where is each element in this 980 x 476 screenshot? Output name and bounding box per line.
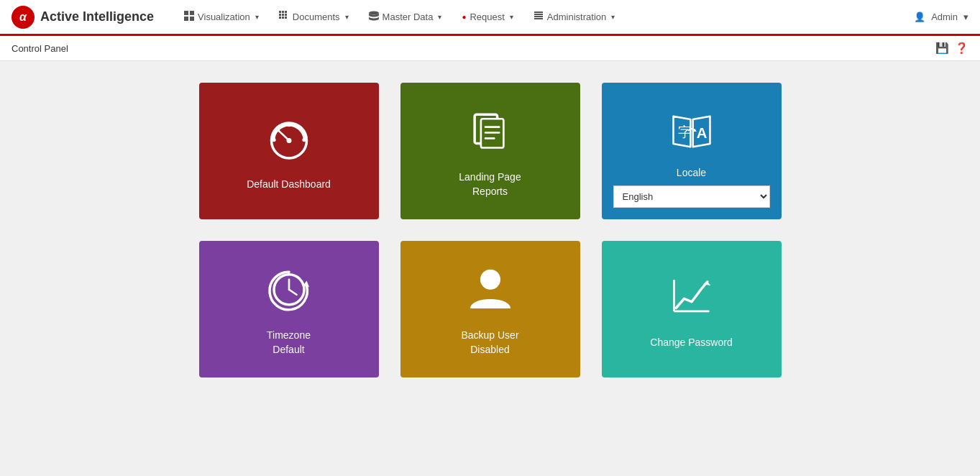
visualization-label: Visualization [198,12,250,22]
backup-user-title: Backup User [461,329,518,341]
documents-icon [279,11,289,23]
svg-rect-0 [184,11,188,15]
card-timezone[interactable]: Timezone Default [199,241,379,377]
change-password-title: Change Password [650,337,732,348]
master-data-label: Master Data [383,12,434,22]
locale-select[interactable]: English Spanish French German [613,186,770,208]
visualization-icon [184,11,194,23]
user-menu[interactable]: 👤 Admin ▾ [914,12,968,22]
nav-item-documents[interactable]: Documents ▾ [270,5,357,29]
request-label: Request [470,12,504,22]
svg-rect-2 [184,17,188,21]
card-change-password[interactable]: Change Password [602,241,782,377]
nav-item-master-data[interactable]: Master Data ▾ [360,5,451,29]
main-content: Default Dashboard Landing Page Reports [0,61,980,472]
svg-point-13 [369,12,379,15]
svg-rect-1 [190,11,194,15]
svg-rect-5 [282,11,284,13]
master-data-icon [369,11,379,23]
nav-item-request[interactable]: ● Request ▾ [453,6,521,28]
svg-rect-17 [534,18,543,19]
locale-select-wrapper: English Spanish French German [613,186,770,208]
landing-page-subtitle: Reports [472,186,508,197]
timezone-icon [264,263,314,321]
administration-label: Administration [547,12,606,22]
dashboard-icon [264,112,314,170]
locale-top: 字 A Locale [667,94,716,186]
user-caret: ▾ [963,12,968,22]
user-icon-card [465,263,516,321]
card-backup-user[interactable]: Backup User Disabled [400,241,580,377]
svg-point-39 [480,270,500,290]
svg-rect-8 [282,14,284,16]
help-icon[interactable]: ❓ [955,42,968,55]
breadcrumb-bar: Control Panel 💾 ❓ [0,36,980,61]
brand-logo: α [12,6,35,29]
svg-point-21 [275,127,279,130]
card-locale[interactable]: 字 A Locale English Spanish French German [602,83,782,219]
nav-items: Visualization ▾ Documents ▾ Master Data … [175,5,914,29]
reports-icon [465,105,516,163]
svg-rect-4 [279,11,281,13]
navbar: α Active Intelligence Visualization ▾ Do… [0,0,980,36]
save-icon[interactable]: 💾 [935,42,949,55]
card-default-dashboard[interactable]: Default Dashboard [199,83,379,219]
svg-rect-3 [190,17,194,21]
svg-line-37 [289,290,297,295]
nav-item-administration[interactable]: Administration ▾ [525,5,623,29]
svg-rect-14 [534,12,543,13]
svg-text:字: 字 [678,124,692,139]
master-data-caret: ▾ [438,13,441,21]
user-label: Admin [931,12,958,22]
svg-point-22 [287,123,290,127]
request-caret: ▾ [510,13,513,21]
svg-rect-15 [534,14,543,15]
svg-point-23 [298,127,302,130]
administration-icon [533,11,544,23]
svg-point-20 [272,138,275,142]
breadcrumb-text: Control Panel [12,43,68,54]
breadcrumb-icons: 💾 ❓ [935,42,968,55]
administration-caret: ▾ [611,13,615,21]
visualization-caret: ▾ [255,13,259,21]
landing-page-title: Landing Page [459,171,521,183]
svg-rect-7 [279,14,281,16]
brand: α Active Intelligence [12,6,154,29]
backup-user-subtitle: Disabled [470,344,509,355]
svg-rect-10 [279,17,281,19]
dashboard-title: Default Dashboard [247,178,331,190]
documents-caret: ▾ [345,13,349,21]
svg-point-25 [286,138,291,143]
svg-rect-6 [285,11,287,13]
svg-rect-12 [285,17,287,19]
user-icon: 👤 [914,12,925,22]
brand-name: Active Intelligence [40,9,154,24]
locale-icon: 字 A [667,107,716,158]
svg-rect-11 [282,17,284,19]
svg-rect-9 [285,14,287,16]
change-password-icon [667,270,717,328]
documents-label: Documents [293,12,340,22]
svg-rect-16 [534,16,543,17]
nav-item-visualization[interactable]: Visualization ▾ [175,5,267,29]
svg-point-24 [302,138,306,142]
cards-grid: Default Dashboard Landing Page Reports [43,83,937,377]
locale-title: Locale [677,167,706,178]
timezone-title: Timezone [267,329,311,341]
request-icon: ● [462,13,466,21]
card-landing-page-reports[interactable]: Landing Page Reports [400,83,580,219]
timezone-subtitle: Default [273,344,304,355]
svg-text:A: A [696,125,707,141]
